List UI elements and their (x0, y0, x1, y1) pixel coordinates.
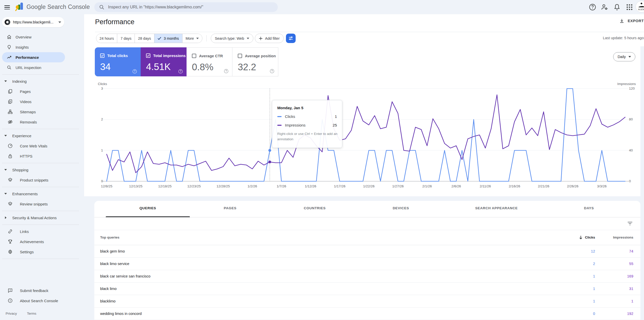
triangle-down-icon (4, 134, 7, 137)
scorecard-label: Average CTR (199, 54, 223, 58)
help-icon[interactable] (270, 69, 274, 74)
impressions-cell[interactable]: 74 (629, 249, 633, 253)
column-header-top-queries[interactable]: Top queries (100, 235, 120, 239)
table-row[interactable]: black car service san francisco1169 (94, 270, 640, 283)
add-filter-button[interactable]: Add filter (255, 34, 284, 43)
range-7-days[interactable]: 7 days (117, 34, 135, 43)
sidebar-item-links[interactable]: Links (0, 226, 84, 236)
scorecard-total-clicks[interactable]: Total clicks 34 (95, 47, 141, 76)
layers-icon (8, 177, 13, 183)
sidebar-section-experience[interactable]: Experience (0, 131, 84, 141)
clicks-cell[interactable]: 12 (591, 249, 595, 253)
clicks-cell[interactable]: 1 (593, 274, 595, 278)
impressions-cell[interactable]: 55 (629, 262, 633, 266)
sidebar-item-achievements[interactable]: Achievements (0, 236, 84, 247)
tab-queries[interactable]: QUERIES (139, 206, 156, 210)
sidebar-item-videos[interactable]: Videos (0, 96, 84, 107)
sidebar-item-removals[interactable]: Removals (0, 117, 84, 127)
clicks-cell[interactable]: 0 (593, 312, 595, 316)
sidebar-item-label: Submit feedback (20, 288, 48, 293)
tooltip-impressions-row: Impressions 25 (277, 123, 337, 127)
sidebar-section-enhancements[interactable]: Enhancements (0, 189, 84, 199)
url-inspect-search-input[interactable]: Inspect any URL in "https://www.blackgem… (94, 2, 278, 12)
clicks-cell[interactable]: 1 (593, 299, 595, 303)
notifications-icon[interactable] (613, 3, 621, 11)
impressions-cell[interactable]: 192 (627, 312, 633, 316)
x-axis-tick: 1/7/26 (277, 184, 286, 188)
table-row[interactable]: wedding limos in concord0192 (94, 308, 640, 320)
background (84, 196, 644, 201)
tab-pages[interactable]: PAGES (224, 206, 236, 210)
divider (95, 32, 644, 32)
column-header-clicks[interactable]: Clicks (579, 235, 595, 239)
divider (94, 217, 640, 217)
export-button[interactable]: EXPORT (619, 18, 644, 23)
help-icon[interactable] (589, 3, 596, 11)
tab-search-appearance[interactable]: SEARCH APPEARANCE (475, 206, 518, 210)
sidebar-item-review-snippets[interactable]: Review snippets (0, 199, 84, 209)
impressions-legend-dash (277, 125, 282, 126)
filter-settings-button[interactable] (286, 34, 296, 43)
x-axis-tick: 3/3/26 (597, 184, 607, 188)
clicks-cell[interactable]: 2 (593, 262, 595, 266)
avatar[interactable]: KGEM (636, 1, 644, 12)
sidebar-item-about[interactable]: About Search Console (0, 296, 84, 306)
range-3-months[interactable]: 3 months (154, 34, 182, 43)
sidebar-item-label: Removals (20, 120, 37, 124)
right-axis-tick: 120 (629, 87, 635, 90)
filter-list-icon[interactable] (627, 220, 633, 227)
impressions-cell[interactable]: 31 (629, 287, 633, 291)
help-icon[interactable] (178, 69, 183, 74)
menu-icon[interactable] (4, 4, 10, 10)
sidebar-item-core-web-vitals[interactable]: Core Web Vitals (0, 141, 84, 151)
sidebar-item-pages[interactable]: Pages (0, 86, 84, 96)
sidebar-item-label: Enhancements (12, 192, 38, 196)
scorecard-average-position[interactable]: Average position 32.2 (232, 47, 278, 76)
sidebar-item-label: Review snippets (20, 202, 48, 206)
impressions-cell[interactable]: 1 (631, 299, 633, 303)
scorecard-average-ctr[interactable]: Average CTR 0.8% (187, 47, 232, 76)
sidebar-item-performance[interactable]: Performance (2, 52, 65, 62)
sidebar-section-security[interactable]: Security & Manual Actions (0, 213, 84, 223)
help-icon[interactable] (224, 69, 229, 74)
sidebar-item-insights[interactable]: Insights (0, 42, 84, 52)
sidebar-item-url-inspection[interactable]: URL inspection (0, 62, 84, 73)
sidebar-item-sitemaps[interactable]: Sitemaps (0, 107, 84, 117)
property-selector[interactable]: https://www.blackgemli... (2, 17, 64, 27)
tab-devices[interactable]: DEVICES (393, 206, 409, 210)
tab-countries[interactable]: COUNTRIES (304, 206, 326, 210)
user-settings-icon[interactable] (601, 3, 608, 11)
sidebar-item-submit-feedback[interactable]: Submit feedback (0, 285, 84, 296)
tab-days[interactable]: DAYS (584, 206, 594, 210)
terms-link[interactable]: Terms (27, 312, 36, 315)
impressions-cell[interactable]: 169 (627, 274, 633, 278)
range-28-days[interactable]: 28 days (135, 34, 154, 43)
granularity-dropdown[interactable]: Daily (613, 52, 635, 61)
table-row[interactable]: black limo service255 (94, 258, 640, 270)
sidebar-section-shopping[interactable]: Shopping (0, 165, 84, 175)
sidebar-item-settings[interactable]: Settings (0, 247, 84, 257)
privacy-link[interactable]: Privacy (6, 312, 17, 315)
query-cell: black limo service (100, 262, 129, 266)
average-ctr-value: 0.8% (192, 62, 213, 73)
sidebar-section-indexing[interactable]: Indexing (0, 76, 84, 86)
scorecard-total-impressions[interactable]: Total impressions 4.51K (141, 47, 187, 76)
help-icon[interactable] (132, 69, 137, 74)
search-type-filter[interactable]: Search type: Web (211, 34, 253, 43)
query-cell: black limo (100, 287, 116, 291)
x-axis-tick: 1/2/26 (247, 184, 257, 188)
sidebar-item-overview[interactable]: Overview (0, 32, 84, 42)
apps-grid-icon[interactable] (626, 3, 633, 11)
sidebar: https://www.blackgemli... Overview Insig… (0, 14, 84, 320)
table-row[interactable]: blacklimo11 (94, 295, 640, 308)
table-row[interactable]: black gem limo1274 (94, 245, 640, 258)
table-row[interactable]: black limo131 (94, 283, 640, 295)
granularity-label: Daily (617, 55, 626, 59)
sidebar-item-https[interactable]: HTTPS (0, 151, 84, 161)
clicks-cell[interactable]: 1 (593, 287, 595, 291)
scorecard-label: Average position (245, 54, 276, 58)
column-header-impressions[interactable]: Impressions (613, 235, 633, 239)
sidebar-item-product-snippets[interactable]: Product snippets (0, 175, 84, 185)
range-more[interactable]: More (182, 34, 202, 43)
range-24-hours[interactable]: 24 hours (96, 34, 117, 43)
